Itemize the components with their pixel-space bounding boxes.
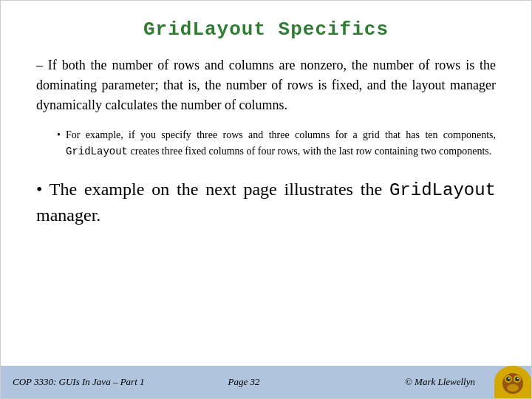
footer-left: COP 3330: GUIs In Java – Part 1 xyxy=(13,376,167,388)
slide-container: GridLayout Specifics – If both the numbe… xyxy=(0,0,532,399)
sub-bullet: For example, if you specify three rows a… xyxy=(57,127,496,160)
footer-center: Page 32 xyxy=(167,376,321,388)
slide-footer: COP 3330: GUIs In Java – Part 1 Page 32 … xyxy=(1,366,531,398)
slide-content: GridLayout Specifics – If both the numbe… xyxy=(1,1,531,366)
main-dash-bullet: – If both the number of rows and columns… xyxy=(36,55,496,115)
svg-point-7 xyxy=(517,378,519,379)
slide-title: GridLayout Specifics xyxy=(36,18,496,41)
code-gridlayout-2: GridLayout xyxy=(389,180,496,200)
svg-point-5 xyxy=(515,377,519,381)
svg-point-6 xyxy=(508,378,510,379)
footer-logo xyxy=(494,366,531,398)
code-gridlayout-1: GridLayout xyxy=(66,146,128,157)
large-bullet: • The example on the next page illustrat… xyxy=(36,177,496,228)
large-bullet-text: • The example on the next page illustrat… xyxy=(36,177,496,228)
logo-icon xyxy=(498,367,528,397)
svg-point-3 xyxy=(507,384,519,392)
footer-right: © Mark Llewellyn xyxy=(321,376,519,388)
svg-point-4 xyxy=(506,377,511,381)
